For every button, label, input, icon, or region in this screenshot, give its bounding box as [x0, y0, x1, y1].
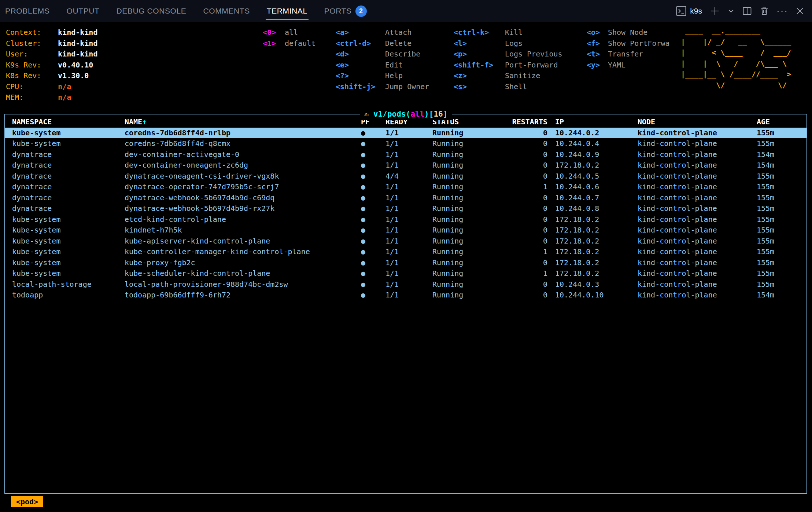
- hotkey-key: <z>: [454, 70, 505, 81]
- panel-tab[interactable]: PROBLEMS: [5, 0, 50, 22]
- panel-tabs: PROBLEMS OUTPUT DEBUG CONSOLE COMMENTS T…: [5, 0, 367, 22]
- cell-ip: 172.18.0.2: [550, 225, 638, 236]
- pod-row[interactable]: kube-system kube-controller-manager-kind…: [5, 246, 807, 257]
- pf-indicator-icon: ●: [361, 246, 385, 257]
- cell-age: 155m: [757, 193, 807, 204]
- cell-status: Running: [432, 225, 509, 236]
- hotkey-label: Attach: [385, 27, 411, 38]
- close-panel-button[interactable]: [794, 6, 805, 17]
- pf-indicator-icon: ●: [361, 149, 385, 160]
- cell-node: kind-control-plane: [638, 268, 757, 279]
- cell-status: Running: [432, 236, 509, 247]
- pod-row[interactable]: kube-system etcd-kind-control-plane ● 1/…: [5, 214, 807, 225]
- cell-ready: 1/1: [385, 290, 432, 301]
- pod-row[interactable]: kube-system kube-scheduler-kind-control-…: [5, 268, 807, 279]
- cell-namespace: kube-system: [12, 128, 125, 139]
- pod-row[interactable]: dynatrace dev-container-oneagent-zc6dg ●…: [5, 160, 807, 171]
- hotkey-label: Describe: [385, 49, 420, 60]
- terminal-session-selector[interactable]: k9s: [676, 6, 702, 17]
- cell-name: dev-container-activegate-0: [125, 149, 361, 160]
- breadcrumb-pod[interactable]: <pod>: [11, 496, 43, 507]
- cell-restarts: 0: [509, 149, 550, 160]
- panel-tab-bar: PROBLEMS OUTPUT DEBUG CONSOLE COMMENTS T…: [0, 0, 812, 22]
- pod-row[interactable]: dynatrace dynatrace-webhook-5b697d4b9d-c…: [5, 193, 807, 204]
- pod-row[interactable]: dynatrace dynatrace-oneagent-csi-driver-…: [5, 171, 807, 182]
- split-terminal-button[interactable]: [741, 5, 753, 17]
- cell-status: Running: [432, 246, 509, 257]
- hotkey-key: <a>: [336, 27, 385, 38]
- split-pane-icon: [742, 6, 752, 16]
- panel-tab[interactable]: TERMINAL: [267, 0, 307, 22]
- cell-ready: 1/1: [385, 236, 432, 247]
- terminal-session-label: k9s: [690, 7, 702, 15]
- hotkey-row: <y> YAML: [587, 60, 680, 71]
- cell-ip: 10.244.0.8: [550, 203, 638, 214]
- cell-namespace: kube-system: [12, 214, 125, 225]
- hotkey-row: <o> Show Node: [587, 27, 680, 38]
- pf-indicator-icon: ●: [361, 182, 385, 193]
- header-node: NODE: [638, 117, 757, 128]
- pod-row[interactable]: kube-system kube-apiserver-kind-control-…: [5, 236, 807, 247]
- cluster-info-value: kind-kind: [58, 39, 97, 48]
- panel-tab-label: PORTS: [324, 7, 352, 15]
- hotkey-label: Shell: [505, 81, 527, 92]
- cell-name: todoapp-69b66dfff9-6rh72: [125, 290, 361, 301]
- cell-name: etcd-kind-control-plane: [125, 214, 361, 225]
- panel-tab[interactable]: OUTPUT: [67, 0, 100, 22]
- cell-status: Running: [432, 214, 509, 225]
- cell-status: Running: [432, 138, 509, 149]
- pod-row[interactable]: kube-system coredns-7db6d8ff4d-q8cmx ● 1…: [5, 138, 807, 149]
- panel-tab[interactable]: PORTS 2: [324, 0, 367, 22]
- new-terminal-button[interactable]: [709, 5, 721, 17]
- cell-namespace: kube-system: [12, 268, 125, 279]
- hotkey-row: <a> Attach: [336, 27, 429, 38]
- cell-ip: 10.244.0.3: [550, 279, 638, 290]
- hotkey-label: Show Node: [608, 27, 647, 38]
- pod-row[interactable]: local-path-storage local-path-provisione…: [5, 279, 807, 290]
- cell-name: coredns-7db6d8ff4d-nrlbp: [125, 128, 361, 139]
- cell-node: kind-control-plane: [638, 171, 757, 182]
- cell-ip: 172.18.0.2: [550, 160, 638, 171]
- cell-name: dynatrace-oneagent-csi-driver-vgx8k: [125, 171, 361, 182]
- launch-profile-chevron[interactable]: [726, 6, 736, 16]
- terminal-actions: k9s ···: [676, 5, 805, 17]
- pf-indicator-icon: ●: [361, 290, 385, 301]
- cell-age: 155m: [757, 214, 807, 225]
- view-title-count: 16: [433, 110, 443, 118]
- panel-tab[interactable]: DEBUG CONSOLE: [116, 0, 186, 22]
- close-icon: [795, 6, 805, 16]
- cell-age: 155m: [757, 128, 807, 139]
- cell-namespace: dynatrace: [12, 160, 125, 171]
- panel-tab[interactable]: COMMENTS: [203, 0, 250, 22]
- cell-node: kind-control-plane: [638, 257, 757, 268]
- pod-row[interactable]: dynatrace dev-container-activegate-0 ● 1…: [5, 149, 807, 160]
- pf-indicator-icon: ●: [361, 268, 385, 279]
- cell-namespace: kube-system: [12, 225, 125, 236]
- header-ip: IP: [550, 117, 638, 128]
- cell-ready: 1/1: [385, 246, 432, 257]
- kill-terminal-button[interactable]: [759, 5, 770, 17]
- pod-row[interactable]: kube-system coredns-7db6d8ff4d-nrlbp ● 1…: [5, 128, 807, 139]
- hotkey-row: <d> Describe: [336, 49, 429, 60]
- more-actions-button[interactable]: ···: [776, 5, 789, 17]
- cell-name: kube-controller-manager-kind-control-pla…: [125, 246, 361, 257]
- pod-row[interactable]: kube-system kube-proxy-fgb2c ● 1/1 Runni…: [5, 257, 807, 268]
- cell-ip: 10.244.0.6: [550, 182, 638, 193]
- cell-namespace: dynatrace: [12, 203, 125, 214]
- cell-node: kind-control-plane: [638, 203, 757, 214]
- cluster-info-label: Cluster:: [6, 38, 53, 49]
- hotkey-key: <0>: [263, 27, 285, 38]
- cell-name: kube-proxy-fgb2c: [125, 257, 361, 268]
- cell-restarts: 0: [509, 203, 550, 214]
- hotkey-label: Help: [385, 70, 403, 81]
- pod-row[interactable]: dynatrace dynatrace-operator-747d795b5c-…: [5, 182, 807, 193]
- hotkey-key: <e>: [336, 60, 385, 71]
- cell-restarts: 0: [509, 290, 550, 301]
- pod-row[interactable]: dynatrace dynatrace-webhook-5b697d4b9d-r…: [5, 203, 807, 214]
- pod-row[interactable]: todoapp todoapp-69b66dfff9-6rh72 ● 1/1 R…: [5, 290, 807, 301]
- plus-icon: [710, 6, 720, 16]
- cell-ip: 172.18.0.2: [550, 236, 638, 247]
- cell-restarts: 1: [509, 182, 550, 193]
- cluster-info-row: CPU: n/a: [6, 81, 97, 92]
- pod-row[interactable]: kube-system kindnet-h7h5k ● 1/1 Running …: [5, 225, 807, 236]
